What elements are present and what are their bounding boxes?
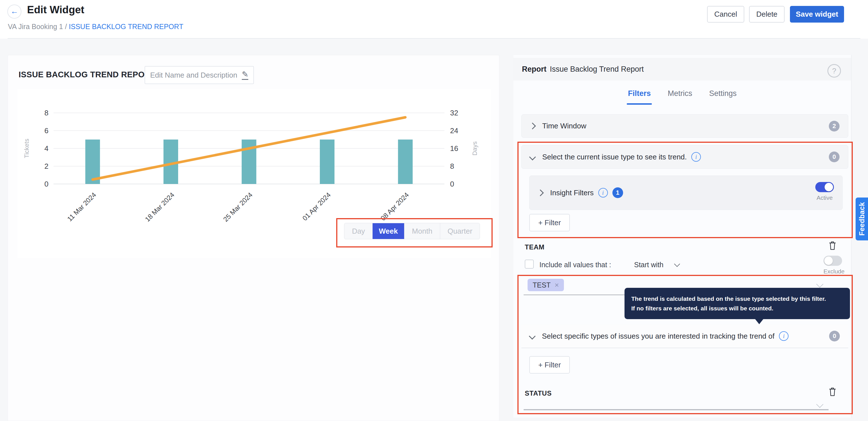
top-header: ← Edit Widget VA Jira Booking 1 / ISSUE … [0, 0, 868, 39]
tooltip: The trend is calculated based on the iss… [624, 288, 850, 319]
chevron-down-icon [529, 153, 536, 160]
period-quarter[interactable]: Quarter [440, 223, 479, 239]
period-week[interactable]: Week [373, 223, 404, 239]
panel-tabs: Filters Metrics Settings [514, 89, 851, 103]
tab-settings[interactable]: Settings [709, 89, 737, 103]
info-icon[interactable]: i [598, 188, 608, 198]
tab-metrics[interactable]: Metrics [668, 89, 692, 103]
toggle-knob [825, 183, 833, 191]
chevron-right-icon [529, 122, 536, 129]
svg-text:Days: Days [471, 141, 478, 156]
team-value-chip: TEST × [528, 279, 564, 291]
exclude-toggle-label: Exclude [824, 268, 845, 275]
cancel-button[interactable]: Cancel [707, 6, 744, 23]
delete-button[interactable]: Delete [749, 6, 784, 23]
specific-types-badge: 0 [829, 331, 840, 341]
delete-team-filter-icon[interactable] [828, 241, 837, 251]
svg-text:8: 8 [450, 162, 454, 170]
feedback-label: Feedback [858, 202, 866, 235]
header-divider [8, 38, 860, 39]
insight-filters-card[interactable]: Insight Filters i 1 Active [529, 175, 843, 210]
svg-text:16: 16 [450, 144, 458, 153]
time-window-section[interactable]: Time Window 2 [521, 114, 848, 138]
chip-remove-icon[interactable]: × [555, 281, 559, 289]
status-input-underline[interactable] [524, 409, 829, 410]
include-all-values-label: Include all values that : [539, 261, 611, 269]
feedback-tab[interactable]: Feedback [856, 198, 868, 241]
insight-filters-toggle-wrap: Active [815, 182, 834, 201]
operator-value: Start with [634, 261, 663, 269]
delete-status-filter-icon[interactable] [828, 387, 837, 397]
tooltip-line1: The trend is calculated based on the iss… [631, 294, 843, 304]
insight-filters-count-badge: 1 [612, 187, 623, 198]
back-button[interactable]: ← [7, 4, 22, 19]
report-title: Issue Backlog Trend Report [550, 65, 644, 74]
breadcrumb-parent[interactable]: VA Jira Booking 1 [8, 23, 63, 30]
page-title: Edit Widget [27, 4, 84, 16]
tab-filters[interactable]: Filters [628, 89, 651, 103]
toggle-knob [824, 256, 833, 265]
breadcrumb-current[interactable]: ISSUE BACKLOG TREND REPORT [69, 23, 183, 30]
help-icon[interactable]: ? [828, 64, 841, 78]
tooltip-line2: If no filters are selected, all issues w… [631, 304, 843, 313]
svg-text:8: 8 [44, 109, 49, 117]
exclude-toggle[interactable] [824, 256, 842, 266]
edit-widget-page: ← Edit Widget VA Jira Booking 1 / ISSUE … [0, 0, 868, 421]
svg-text:6: 6 [44, 127, 49, 135]
widget-title: ISSUE BACKLOG TREND REPORT [19, 70, 156, 79]
time-window-label: Time Window [542, 122, 586, 130]
breadcrumb-separator: / [63, 23, 69, 30]
issue-type-section-title: Select the current issue type to see its… [542, 153, 687, 161]
period-selector: Day Week Month Quarter [344, 223, 480, 239]
chevron-right-icon [537, 189, 544, 196]
period-month[interactable]: Month [404, 223, 440, 239]
report-label: Report [522, 65, 547, 74]
period-day[interactable]: Day [344, 223, 373, 239]
pencil-icon: ✎ [242, 71, 248, 80]
chevron-down-icon [529, 333, 535, 339]
report-header: Report Issue Backlog Trend Report ? [514, 58, 851, 80]
save-widget-button[interactable]: Save widget [790, 6, 844, 23]
add-filter-button[interactable]: + Filter [529, 356, 570, 373]
issue-type-badge: 0 [829, 151, 840, 162]
svg-text:0: 0 [44, 180, 49, 188]
issue-type-section-header[interactable]: Select the current issue type to see its… [521, 145, 848, 169]
add-filter-button[interactable]: + Filter [529, 214, 570, 231]
active-toggle[interactable] [815, 182, 834, 192]
include-all-values-checkbox[interactable] [525, 260, 534, 269]
chip-label: TEST [533, 281, 551, 289]
team-filter-name: TEAM [525, 243, 545, 251]
time-window-badge: 2 [829, 121, 840, 132]
back-arrow-icon: ← [10, 7, 18, 16]
breadcrumb: VA Jira Booking 1 / ISSUE BACKLOG TREND … [8, 23, 183, 31]
info-icon[interactable]: i [691, 152, 701, 162]
svg-text:18 Mar 2024: 18 Mar 2024 [144, 191, 176, 223]
tooltip-arrow [755, 318, 764, 324]
edit-button-label: Edit Name and Description [150, 71, 237, 80]
specific-types-section-title: Select specific types of issues you are … [542, 332, 774, 341]
svg-text:11 Mar 2024: 11 Mar 2024 [66, 191, 97, 223]
svg-text:01 Apr 2024: 01 Apr 2024 [301, 191, 332, 222]
operator-dropdown[interactable]: Start with [634, 261, 679, 269]
info-icon[interactable]: i [779, 331, 788, 341]
svg-text:32: 32 [450, 109, 458, 117]
svg-text:0: 0 [450, 180, 454, 188]
svg-text:08 Apr 2024: 08 Apr 2024 [379, 191, 410, 222]
exclude-toggle-wrap: Exclude [824, 256, 845, 275]
svg-text:Tickets: Tickets [23, 139, 30, 158]
svg-text:25 Mar 2024: 25 Mar 2024 [222, 191, 254, 223]
svg-text:2: 2 [44, 162, 49, 170]
chevron-down-icon [674, 261, 680, 267]
active-toggle-label: Active [815, 194, 834, 201]
insight-filters-label: Insight Filters [550, 189, 594, 197]
svg-text:24: 24 [450, 127, 458, 135]
status-filter-name: STATUS [525, 389, 552, 397]
edit-name-description-button[interactable]: Edit Name and Description ✎ [145, 66, 254, 84]
specific-types-section-header[interactable]: Select specific types of issues you are … [521, 325, 848, 348]
svg-text:4: 4 [44, 144, 49, 153]
